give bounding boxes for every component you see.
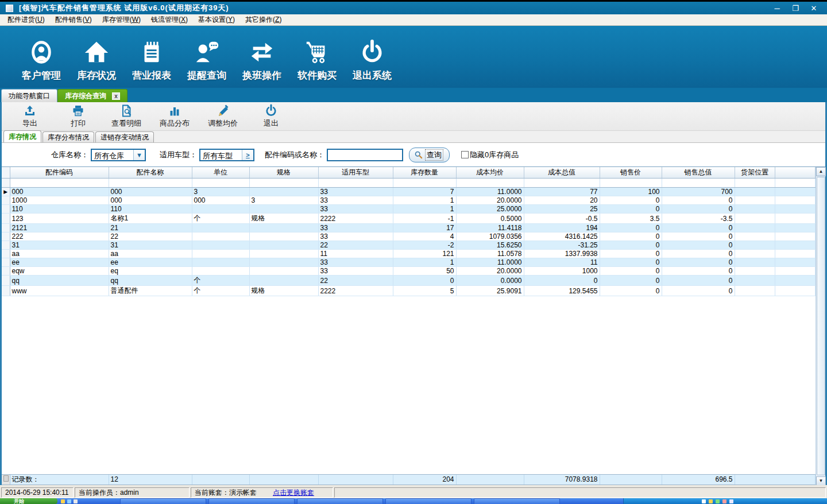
- window-title: [领智]汽车配件销售管理系统 试用版v6.0(试用期还有39天): [19, 3, 229, 13]
- quick-launch-icon[interactable]: [74, 499, 78, 503]
- menu-item[interactable]: 配件销售(V): [50, 14, 97, 26]
- inventory-grid: 配件编码配件名称单位规格适用车型库存数量成本均价成本总值销售价销售总值货架位置 …: [2, 166, 825, 485]
- menu-item[interactable]: 配件进货(U): [2, 14, 50, 26]
- column-header[interactable]: 销售价: [600, 167, 662, 178]
- scroll-down-icon[interactable]: ▼: [816, 476, 826, 486]
- main-toolbar-customer[interactable]: 客户管理: [21, 39, 62, 82]
- table-row[interactable]: 123名称1个规格2222-10.5000-0.53.5-3.5: [2, 214, 816, 224]
- main-toolbar-shift-swap[interactable]: 换班操作: [241, 39, 283, 82]
- tab-inventory-query[interactable]: 库存综合查询 x: [57, 89, 127, 102]
- table-row[interactable]: aaaa1112111.05781337.993800: [2, 250, 816, 258]
- tray-icon[interactable]: [702, 499, 706, 503]
- filter-cell[interactable]: [249, 178, 318, 187]
- main-toolbar-reminder[interactable]: 提醒查询: [186, 39, 227, 82]
- menu-item[interactable]: 钱流管理(X): [146, 14, 193, 26]
- query-toolbar-pencil[interactable]: 调整均价: [206, 104, 239, 129]
- restore-icon[interactable]: ❐: [790, 4, 801, 13]
- quick-launch-icon[interactable]: [61, 499, 65, 503]
- filter-cell[interactable]: [393, 178, 456, 187]
- sub-tab-0[interactable]: 库存情况: [3, 130, 41, 142]
- table-row[interactable]: 313122-215.6250-31.2500: [2, 241, 816, 250]
- tray-icon[interactable]: [709, 499, 713, 503]
- grid-filter-row[interactable]: [2, 178, 816, 187]
- main-toolbar-report[interactable]: 营业报表: [131, 39, 172, 82]
- query-toolbar-print[interactable]: 打印: [61, 104, 95, 129]
- filter-cell[interactable]: [524, 178, 600, 187]
- search-button[interactable]: 查询: [409, 148, 450, 162]
- filter-cell[interactable]: [192, 178, 249, 187]
- query-toolbar-view-detail[interactable]: 查看明细: [110, 104, 143, 129]
- tab-close-icon[interactable]: x: [112, 92, 120, 100]
- query-toolbar-bar-chart[interactable]: 商品分布: [158, 104, 191, 129]
- main-toolbar-cart[interactable]: 软件购买: [296, 39, 338, 82]
- warehouse-select[interactable]: 所有仓库 ▼: [91, 149, 146, 161]
- filter-cell[interactable]: [735, 178, 775, 187]
- keyword-label: 配件编码或名称：: [265, 150, 324, 160]
- cell: [735, 286, 775, 296]
- menu-item[interactable]: 其它操作(Z): [240, 14, 287, 26]
- column-header[interactable]: 成本均价: [456, 167, 524, 178]
- sub-tab-2[interactable]: 进销存变动情况: [95, 131, 154, 142]
- main-toolbar-home[interactable]: 库存状况: [76, 39, 117, 82]
- table-row[interactable]: eqweq335020.0000100000: [2, 267, 816, 276]
- row-indicator-cell: [2, 241, 10, 250]
- query-toolbar-export[interactable]: 导出: [13, 104, 47, 129]
- filter-cell[interactable]: [10, 178, 109, 187]
- tray-icon[interactable]: [722, 499, 726, 503]
- tab-function-navigation[interactable]: 功能导航窗口: [1, 89, 57, 102]
- taskbar-window-button[interactable]: [474, 498, 560, 504]
- scrollbar-thumb[interactable]: [817, 177, 825, 475]
- column-header[interactable]: 成本总值: [524, 167, 600, 178]
- cell: 1000: [10, 196, 109, 205]
- column-header[interactable]: 配件编码: [10, 167, 109, 178]
- query-toolbar-exit[interactable]: 退出: [254, 104, 288, 129]
- keyword-input[interactable]: [327, 149, 403, 161]
- column-header[interactable]: 单位: [192, 167, 249, 178]
- summary-cost-total: 7078.9318: [524, 475, 600, 485]
- table-row[interactable]: 1000000000333120.00002000: [2, 196, 816, 205]
- filter-cell[interactable]: [600, 178, 662, 187]
- minimize-icon[interactable]: ─: [772, 4, 782, 13]
- scroll-up-icon[interactable]: ▲: [816, 167, 826, 176]
- filter-cell[interactable]: [109, 178, 192, 187]
- table-row[interactable]: 222223341079.03564316.142500: [2, 232, 816, 241]
- filter-cell[interactable]: [662, 178, 735, 187]
- column-header[interactable]: 库存数量: [393, 167, 456, 178]
- chevron-down-icon[interactable]: ▼: [133, 150, 145, 160]
- menu-item[interactable]: 基本设置(Y): [193, 14, 240, 26]
- filter-cell[interactable]: [775, 178, 815, 187]
- taskbar-window-button[interactable]: [120, 498, 206, 504]
- main-toolbar-label: 换班操作: [242, 69, 281, 82]
- start-button[interactable]: 开始: [0, 498, 57, 504]
- column-header[interactable]: 适用车型: [318, 167, 393, 178]
- table-row[interactable]: ▶000000333711.000077100700: [2, 188, 816, 196]
- close-icon[interactable]: ✕: [809, 4, 819, 13]
- view-detail-icon: [119, 104, 133, 118]
- column-header[interactable]: 货架位置: [735, 167, 775, 178]
- column-header[interactable]: 规格: [249, 167, 318, 178]
- tray-icon[interactable]: [716, 499, 720, 503]
- filter-cell[interactable]: [456, 178, 524, 187]
- switch-account-link[interactable]: 点击更换账套: [273, 488, 314, 498]
- sub-tab-1[interactable]: 库存分布情况: [42, 131, 94, 142]
- menu-item[interactable]: 库存管理(W): [97, 14, 146, 26]
- hide-zero-checkbox[interactable]: [461, 151, 469, 158]
- table-row[interactable]: www普通配件个规格2222525.9091129.545500: [2, 286, 816, 296]
- tray-icon[interactable]: [729, 499, 733, 503]
- taskbar-window-button[interactable]: [208, 498, 295, 504]
- filter-cell[interactable]: [318, 178, 393, 187]
- column-header[interactable]: 销售总值: [662, 167, 735, 178]
- quick-launch-icon[interactable]: [67, 499, 71, 503]
- main-toolbar-label: 提醒查询: [187, 69, 226, 82]
- model-picker-icon[interactable]: >: [242, 150, 253, 160]
- table-row[interactable]: 212121331711.411819400: [2, 224, 816, 232]
- vertical-scrollbar[interactable]: ▲ ▼: [816, 167, 825, 486]
- table-row[interactable]: eeee33111.00001100: [2, 258, 816, 267]
- main-toolbar-power[interactable]: 退出系统: [351, 39, 393, 82]
- table-row[interactable]: qqqq个2200.0000000: [2, 276, 816, 286]
- taskbar-window-button[interactable]: [297, 498, 383, 504]
- model-select[interactable]: 所有车型 >: [199, 149, 254, 161]
- taskbar-window-button[interactable]: [385, 498, 472, 504]
- table-row[interactable]: 11011033125.00002500: [2, 205, 816, 214]
- column-header[interactable]: 配件名称: [109, 167, 192, 178]
